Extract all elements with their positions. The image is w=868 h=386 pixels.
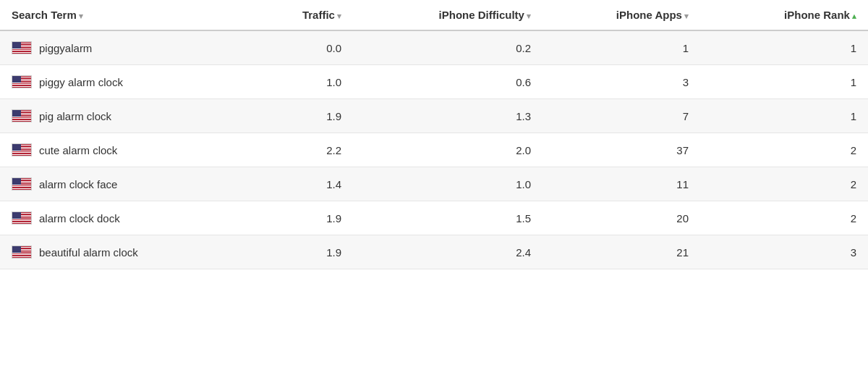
table-row: alarm clock face 1.41.0112 [0,167,868,201]
cell-iphone-rank: 1 [700,65,868,99]
col-header-search-term[interactable]: Search Term [0,0,268,30]
cell-iphone-apps: 11 [542,167,700,201]
cell-traffic: 1.0 [268,65,353,99]
search-term-text: alarm clock face [39,178,117,190]
sort-icon-difficulty [524,9,531,21]
cell-iphone-difficulty: 1.3 [353,99,542,133]
search-term-text: pig alarm clock [39,110,111,122]
flag-us-icon [12,211,32,225]
cell-search-term: cute alarm clock [0,133,268,167]
table-row: pig alarm clock 1.91.371 [0,99,868,133]
sort-icon-traffic [335,9,341,21]
search-term-text: alarm clock dock [39,212,120,225]
cell-iphone-apps: 21 [542,235,700,269]
cell-iphone-difficulty: 0.6 [353,65,542,99]
cell-iphone-rank: 3 [700,235,868,269]
cell-search-term: alarm clock face [0,167,268,201]
cell-search-term: pig alarm clock [0,99,268,133]
cell-iphone-rank: 2 [700,201,868,235]
cell-iphone-difficulty: 2.4 [353,235,542,269]
col-header-iphone-apps[interactable]: iPhone Apps [542,0,700,30]
cell-traffic: 1.4 [268,167,353,201]
data-table: Search Term Traffic iPhone Difficulty iP… [0,0,868,269]
table-row: beautiful alarm clock 1.92.4213 [0,235,868,269]
cell-iphone-difficulty: 0.2 [353,30,542,65]
cell-iphone-difficulty: 1.5 [353,201,542,235]
search-term-text: piggy alarm clock [39,76,123,88]
sort-icon-apps [682,9,689,21]
cell-traffic: 1.9 [268,201,353,235]
cell-iphone-difficulty: 1.0 [353,167,542,201]
table-header-row: Search Term Traffic iPhone Difficulty iP… [0,0,868,30]
cell-search-term: beautiful alarm clock [0,235,268,269]
table-row: cute alarm clock 2.22.0372 [0,133,868,167]
table-row: piggyalarm 0.00.211 [0,30,868,65]
cell-traffic: 1.9 [268,99,353,133]
flag-us-icon [12,143,32,156]
cell-iphone-apps: 7 [542,99,700,133]
cell-iphone-rank: 1 [700,30,868,65]
cell-traffic: 1.9 [268,235,353,269]
cell-traffic: 0.0 [268,30,353,65]
cell-iphone-rank: 2 [700,167,868,201]
cell-iphone-difficulty: 2.0 [353,133,542,167]
cell-search-term: alarm clock dock [0,201,268,235]
cell-iphone-rank: 1 [700,99,868,133]
cell-iphone-apps: 37 [542,133,700,167]
flag-us-icon [12,177,32,190]
flag-us-icon [12,75,32,88]
cell-iphone-rank: 2 [700,133,868,167]
col-header-iphone-rank[interactable]: iPhone Rank [700,0,868,30]
cell-iphone-apps: 3 [542,65,700,99]
table-row: piggy alarm clock 1.00.631 [0,65,868,99]
cell-search-term: piggyalarm [0,30,268,65]
flag-us-icon [12,109,32,122]
cell-search-term: piggy alarm clock [0,65,268,99]
cell-iphone-apps: 20 [542,201,700,235]
table-row: alarm clock dock 1.91.5202 [0,201,868,235]
cell-iphone-apps: 1 [542,30,700,65]
sort-icon-rank [850,9,856,21]
cell-traffic: 2.2 [268,133,353,167]
search-term-text: cute alarm clock [39,144,117,156]
col-header-traffic[interactable]: Traffic [268,0,353,30]
sort-icon-search [77,9,83,21]
flag-us-icon [12,41,32,54]
flag-us-icon [12,246,32,259]
col-header-iphone-difficulty[interactable]: iPhone Difficulty [353,0,542,30]
search-term-text: beautiful alarm clock [39,246,138,259]
search-term-text: piggyalarm [39,42,92,54]
